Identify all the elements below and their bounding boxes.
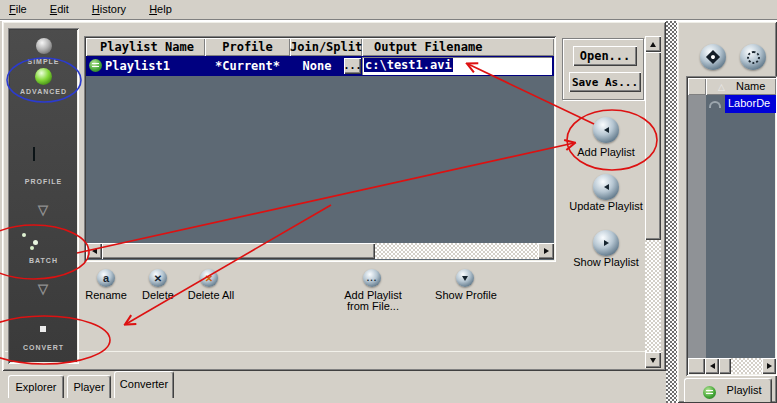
profile-diamond-icon bbox=[33, 147, 35, 161]
tab-converter[interactable]: Converter bbox=[114, 371, 174, 398]
simple-label: SIMPLE bbox=[8, 58, 79, 65]
output-filename-selected-text: c:\test1.avi bbox=[364, 58, 453, 72]
show-profile-icon bbox=[462, 276, 468, 281]
update-playlist-label: Update Playlist bbox=[562, 200, 650, 212]
refresh-button[interactable] bbox=[740, 44, 766, 70]
playlist-tab-icon bbox=[703, 386, 716, 399]
tab-playlist[interactable]: Playlist bbox=[684, 378, 772, 402]
menu-bar: File Edit History Help bbox=[0, 0, 777, 19]
update-playlist-icon bbox=[604, 184, 609, 190]
right-hscroll-thumb[interactable] bbox=[719, 358, 731, 374]
separator-triangle-icon: ▽ bbox=[9, 202, 78, 217]
delete-all-label: Delete All bbox=[180, 289, 242, 301]
profile-mode-button[interactable]: PROFILE bbox=[8, 144, 79, 190]
table-row[interactable]: Playlist1 *Current* None ... c:\test1.av… bbox=[86, 56, 554, 76]
scroll-corner-button[interactable] bbox=[688, 358, 705, 374]
show-playlist-icon bbox=[604, 240, 609, 246]
scroll-left-icon bbox=[92, 248, 97, 254]
delete-label: Delete bbox=[132, 289, 184, 301]
menu-history[interactable]: History bbox=[89, 0, 129, 18]
show-playlist-button[interactable] bbox=[593, 230, 619, 256]
column-header-playlist-name[interactable]: Playlist Name bbox=[86, 38, 205, 56]
menu-help[interactable]: Help bbox=[146, 0, 175, 18]
add-playlist-button[interactable] bbox=[593, 117, 619, 143]
column-header-profile[interactable]: Profile bbox=[205, 38, 290, 56]
row-profile: *Current* bbox=[205, 59, 290, 73]
advanced-mode-button[interactable]: ADVANCED bbox=[8, 66, 79, 102]
playlist-tab-label: Playlist bbox=[727, 384, 762, 396]
tab-explorer[interactable]: Explorer bbox=[8, 375, 64, 398]
right-hscrollbar[interactable] bbox=[688, 358, 776, 374]
open-button[interactable]: Open... bbox=[573, 46, 637, 66]
listview-corner-header[interactable] bbox=[688, 78, 706, 95]
listview-item-name: LaborDe bbox=[725, 95, 776, 113]
name-column-label: Name bbox=[736, 80, 765, 92]
show-playlist-label: Show Playlist bbox=[568, 256, 644, 268]
simple-sphere-icon bbox=[36, 38, 52, 54]
column-header-output-filename[interactable]: Output Filename bbox=[362, 38, 554, 56]
scroll-down-icon bbox=[650, 358, 656, 363]
add-playlist-icon bbox=[604, 127, 609, 133]
row-playlist-name: Playlist1 bbox=[105, 59, 170, 73]
right-hscroll-track[interactable] bbox=[731, 358, 762, 374]
add-playlist-from-file-label-2: from File... bbox=[330, 300, 416, 312]
scroll-up-button[interactable] bbox=[645, 36, 661, 52]
add-playlist-from-file-button[interactable]: ... bbox=[363, 269, 381, 287]
rename-button[interactable]: a bbox=[97, 269, 115, 287]
splitter-handle[interactable] bbox=[666, 21, 677, 403]
scroll-up-icon bbox=[650, 42, 656, 47]
main-panel-bottom-line bbox=[5, 351, 663, 352]
convert-mode-button[interactable]: CONVERT bbox=[8, 314, 79, 360]
sort-triangle-icon: △ bbox=[718, 82, 725, 92]
menu-file[interactable]: File bbox=[6, 0, 30, 18]
advanced-label: ADVANCED bbox=[8, 88, 79, 95]
delete-all-button[interactable]: ✕ bbox=[200, 269, 218, 287]
column-header-join-split[interactable]: Join/Split bbox=[290, 38, 362, 56]
save-as-button[interactable]: Save As... bbox=[569, 72, 641, 92]
rename-label: Rename bbox=[80, 289, 132, 301]
tab-player[interactable]: Player bbox=[67, 375, 111, 398]
scroll-right-icon bbox=[767, 363, 772, 369]
batch-mode-button[interactable]: BATCH bbox=[8, 226, 79, 272]
menu-edit[interactable]: Edit bbox=[47, 0, 72, 18]
column-header-name[interactable]: △ Name bbox=[706, 78, 776, 95]
scroll-left-icon bbox=[710, 363, 715, 369]
separator-triangle-icon: ▽ bbox=[9, 281, 78, 296]
show-profile-button[interactable] bbox=[456, 269, 474, 287]
hscroll-track[interactable] bbox=[375, 243, 538, 259]
listview-row[interactable]: LaborDe bbox=[706, 95, 776, 113]
dotted-circle-icon bbox=[747, 51, 760, 64]
table-hscrollbar[interactable] bbox=[86, 243, 554, 259]
update-playlist-button[interactable] bbox=[593, 174, 619, 200]
scroll-left-button[interactable] bbox=[705, 358, 719, 374]
locate-button[interactable] bbox=[700, 44, 726, 70]
advanced-sphere-icon bbox=[35, 68, 52, 85]
media-arc-icon bbox=[709, 101, 721, 108]
delete-button[interactable]: ✕ bbox=[149, 269, 167, 287]
playlist-item-icon bbox=[89, 59, 102, 72]
batch-label: BATCH bbox=[8, 257, 79, 264]
scroll-right-icon bbox=[544, 248, 549, 254]
profile-label: PROFILE bbox=[8, 178, 79, 185]
output-filename-field[interactable]: c:\test1.avi bbox=[362, 57, 552, 75]
convert-label: CONVERT bbox=[8, 344, 79, 351]
target-icon bbox=[706, 50, 720, 64]
show-profile-label: Show Profile bbox=[430, 289, 502, 301]
scroll-right-button[interactable] bbox=[538, 243, 554, 259]
listview-gutter-column bbox=[688, 95, 706, 358]
browse-output-button[interactable]: ... bbox=[344, 58, 361, 74]
hscroll-thumb[interactable] bbox=[102, 243, 375, 259]
scroll-left-button[interactable] bbox=[86, 243, 102, 259]
add-playlist-label: Add Playlist bbox=[568, 146, 644, 158]
row-join-split: None bbox=[290, 59, 344, 73]
scroll-right-button[interactable] bbox=[762, 358, 776, 374]
vscroll-track[interactable] bbox=[645, 240, 661, 352]
scroll-down-button[interactable] bbox=[645, 352, 661, 368]
